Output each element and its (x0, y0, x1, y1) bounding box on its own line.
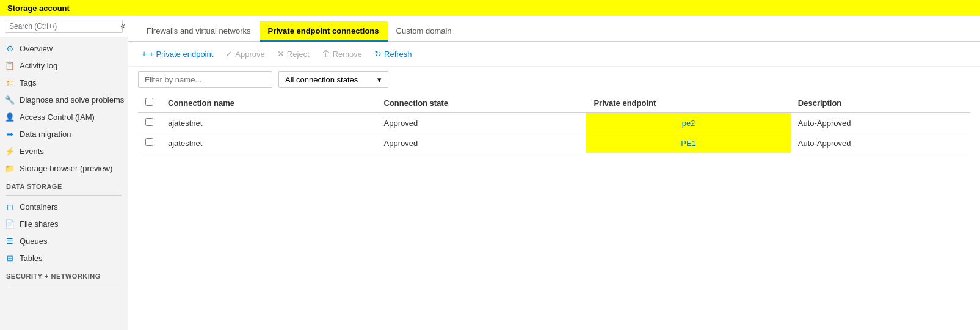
table-row: ajatestnet Approved pe2 Auto-Approved (138, 113, 970, 133)
approve-button[interactable]: ✓ Approve (222, 46, 268, 61)
row-connection-name: ajatestnet (161, 113, 377, 133)
add-icon: + (142, 49, 147, 59)
filter-input[interactable] (138, 72, 272, 88)
search-box[interactable]: « (0, 16, 128, 37)
sidebar-item-storage-browser[interactable]: 📁 Storage browser (preview) (0, 160, 128, 177)
diagnose-icon: 🔧 (5, 95, 15, 105)
table-row: ajatestnet Approved PE1 Auto-Approved (138, 133, 970, 153)
header-description: Description (791, 93, 970, 113)
tags-icon: 🏷 (5, 78, 15, 87)
connections-table: Connection name Connection state Private… (138, 93, 970, 153)
activity-log-icon: 📋 (5, 61, 15, 70)
row-private-endpoint[interactable]: pe2 (586, 113, 790, 133)
sidebar-item-activity-log[interactable]: 📋 Activity log (0, 57, 128, 74)
section-divider-2 (6, 285, 122, 285)
toolbar: + + Private endpoint ✓ Approve ✕ Reject … (128, 42, 980, 67)
row-checkbox-1[interactable] (145, 138, 153, 146)
sidebar-item-queues[interactable]: ☰ Queues (0, 232, 128, 249)
sidebar-item-tags[interactable]: 🏷 Tags (0, 74, 128, 91)
sidebar-item-file-shares[interactable]: 📄 File shares (0, 215, 128, 232)
reject-button[interactable]: ✕ Reject (274, 46, 313, 61)
overview-icon: ⊙ (5, 43, 15, 53)
sidebar-item-access-control[interactable]: 👤 Access Control (IAM) (0, 108, 128, 125)
storage-browser-icon: 📁 (5, 163, 15, 173)
tables-icon: ⊞ (5, 253, 15, 263)
tab-private-endpoint[interactable]: Private endpoint connections (260, 21, 388, 42)
collapse-sidebar-button[interactable]: « (118, 20, 128, 32)
access-control-icon: 👤 (5, 112, 15, 122)
row-private-endpoint[interactable]: PE1 (586, 133, 790, 153)
sidebar: « ⊙ Overview 📋 Activity log 🏷 Tags 🔧 Dia… (0, 16, 128, 330)
row-connection-name: ajatestnet (161, 133, 377, 153)
data-migration-icon: ➡ (5, 129, 15, 139)
containers-icon: ◻ (5, 202, 15, 211)
main-content: Firewalls and virtual networks Private e… (128, 16, 980, 330)
row-connection-state: Approved (377, 113, 587, 133)
private-endpoint-link[interactable]: PE1 (681, 139, 696, 148)
remove-button[interactable]: 🗑 Remove (318, 46, 366, 61)
section-divider (6, 195, 122, 196)
sidebar-item-events[interactable]: ⚡ Events (0, 142, 128, 160)
row-checkbox-cell[interactable] (138, 133, 161, 153)
reject-icon: ✕ (277, 49, 285, 59)
row-description: Auto-Approved (791, 133, 970, 153)
search-input[interactable] (5, 20, 123, 33)
remove-icon: 🗑 (322, 49, 330, 59)
data-storage-section-label: Data storage (0, 177, 128, 193)
breadcrumb: Storage account (0, 0, 980, 16)
refresh-button[interactable]: ↻ Refresh (371, 46, 416, 61)
table-container: Connection name Connection state Private… (128, 93, 980, 330)
row-checkbox-0[interactable] (145, 118, 153, 126)
sidebar-item-tables[interactable]: ⊞ Tables (0, 249, 128, 266)
filter-row: All connection states ▾ (128, 67, 980, 93)
sidebar-item-diagnose[interactable]: 🔧 Diagnose and solve problems (0, 91, 128, 108)
header-connection-name: Connection name (161, 93, 377, 113)
events-icon: ⚡ (5, 146, 15, 156)
row-connection-state: Approved (377, 133, 587, 153)
chevron-down-icon: ▾ (377, 75, 382, 84)
approve-icon: ✓ (225, 49, 233, 59)
queues-icon: ☰ (5, 236, 15, 246)
select-all-checkbox[interactable] (145, 98, 153, 106)
header-connection-state: Connection state (377, 93, 587, 113)
file-shares-icon: 📄 (5, 219, 15, 229)
connection-state-dropdown[interactable]: All connection states ▾ (278, 72, 388, 88)
table-header-row: Connection name Connection state Private… (138, 93, 970, 113)
add-endpoint-button[interactable]: + + Private endpoint (138, 46, 217, 61)
row-description: Auto-Approved (791, 113, 970, 133)
sidebar-item-containers[interactable]: ◻ Containers (0, 198, 128, 215)
security-networking-section-label: Security + networking (0, 266, 128, 282)
sidebar-item-data-migration[interactable]: ➡ Data migration (0, 125, 128, 142)
row-checkbox-cell[interactable] (138, 113, 161, 133)
sidebar-item-overview[interactable]: ⊙ Overview (0, 40, 128, 57)
refresh-icon: ↻ (374, 49, 382, 59)
tab-firewalls[interactable]: Firewalls and virtual networks (138, 21, 260, 42)
tab-custom-domain[interactable]: Custom domain (388, 21, 460, 42)
sidebar-nav: ⊙ Overview 📋 Activity log 🏷 Tags 🔧 Diagn… (0, 37, 128, 290)
tabs-bar: Firewalls and virtual networks Private e… (128, 16, 980, 42)
header-private-endpoint: Private endpoint (586, 93, 790, 113)
private-endpoint-link[interactable]: pe2 (682, 119, 695, 128)
header-checkbox-col (138, 93, 161, 113)
